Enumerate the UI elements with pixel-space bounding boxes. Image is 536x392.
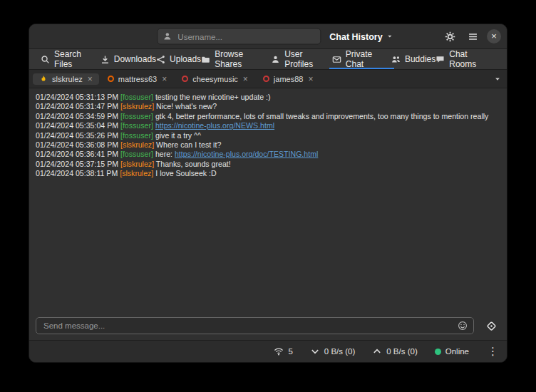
message-input-row xyxy=(29,312,507,340)
nicotine-plus-window: Chat History × Search FilesDownloadsUplo… xyxy=(29,24,507,363)
emoji-picker-icon[interactable] xyxy=(458,321,468,331)
person-icon xyxy=(163,32,172,41)
message-text: I love Soulseek :D xyxy=(155,169,216,177)
message-link[interactable]: https://nicotine-plus.org/NEWS.html xyxy=(155,121,274,130)
message-username[interactable]: [slskrulez] xyxy=(120,169,153,177)
wifi-icon xyxy=(274,346,284,356)
connection-quality[interactable]: 5 xyxy=(274,346,292,356)
message-timestamp: 01/24/2024 05:31:13 PM xyxy=(36,93,120,101)
message-username[interactable]: [slskrulez] xyxy=(120,160,154,168)
main-toolbar: Search FilesDownloadsUploadsBrowse Share… xyxy=(29,49,507,70)
online-status[interactable]: Online xyxy=(435,347,469,356)
message-text: here: xyxy=(155,150,175,158)
message-username[interactable]: [fossuser] xyxy=(120,131,153,140)
online-status-label: Online xyxy=(445,347,469,356)
message-timestamp: 01/24/2024 05:35:04 PM xyxy=(36,121,120,130)
toolbar-item-label: Uploads xyxy=(170,54,201,64)
message-text: give it a try ^^ xyxy=(155,131,201,140)
message-text: Where can I test it? xyxy=(156,140,221,149)
chevron-down-icon xyxy=(387,33,393,40)
folder-icon xyxy=(201,55,210,64)
tab-close-button[interactable]: × xyxy=(88,75,93,83)
toolbar-item-downloads[interactable]: Downloads xyxy=(100,49,156,69)
chat-rooms-icon xyxy=(436,55,445,64)
message-timestamp: 01/24/2024 05:37:15 PM xyxy=(36,160,120,168)
toolbar-item-buddies[interactable]: Buddies xyxy=(391,49,436,69)
headerbar-center: Chat History xyxy=(157,29,393,45)
chat-help-button[interactable] xyxy=(482,316,500,335)
tab-label: cheesymusic xyxy=(192,75,238,83)
toolbar-item-chat-rooms[interactable]: Chat Rooms xyxy=(436,49,495,69)
username-input[interactable] xyxy=(176,31,315,41)
message-text: gtk 4, better performance, lots of small… xyxy=(155,112,489,120)
toolbar-item-uploads[interactable]: Uploads xyxy=(156,49,201,69)
message-row: 01/24/2024 05:36:08 PM [slskrulez] Where… xyxy=(36,140,500,150)
search-icon xyxy=(41,55,50,64)
message-row: 01/24/2024 05:35:04 PM [fossuser] https:… xyxy=(36,121,500,130)
upload-speed[interactable]: 0 B/s (0) xyxy=(372,346,417,356)
chat-history-label: Chat History xyxy=(329,31,382,41)
message-username[interactable]: [fossuser] xyxy=(120,93,153,101)
message-username[interactable]: [slskrulez] xyxy=(120,140,154,149)
tab-james88[interactable]: james88× xyxy=(257,73,320,85)
chat-history-button[interactable]: Chat History xyxy=(329,31,393,41)
tab-label: mattress63 xyxy=(118,75,157,83)
toolbar-item-label: Private Chat xyxy=(346,49,391,69)
upload-speed-label: 0 B/s (0) xyxy=(386,347,417,356)
desktop-background: Chat History × Search FilesDownloadsUplo… xyxy=(0,0,536,392)
toolbar-item-search-files[interactable]: Search Files xyxy=(41,49,100,69)
message-text: testing the new nicotine+ update :) xyxy=(155,93,271,101)
message-link[interactable]: https://nicotine-plus.org/doc/TESTING.ht… xyxy=(175,150,318,158)
message-username[interactable]: [fossuser] xyxy=(120,150,153,158)
tab-overflow-button[interactable] xyxy=(494,76,501,83)
chat-log[interactable]: 01/24/2024 05:31:13 PM [fossuser] testin… xyxy=(29,88,507,312)
message-text: Nice! what's new? xyxy=(156,102,217,110)
message-text: Thanks, sounds great! xyxy=(156,160,231,168)
gear-icon xyxy=(445,31,455,42)
message-row: 01/24/2024 05:31:13 PM [fossuser] testin… xyxy=(36,93,500,102)
message-username[interactable]: [slskrulez] xyxy=(120,102,154,110)
preferences-button[interactable] xyxy=(441,28,458,45)
toolbar-item-label: User Profiles xyxy=(284,49,332,69)
message-row: 01/24/2024 05:38:11 PM [slskrulez] I lov… xyxy=(36,169,500,178)
message-row: 01/24/2024 05:37:15 PM [slskrulez] Thank… xyxy=(36,160,500,169)
headerbar-controls: × xyxy=(441,28,501,45)
message-entry[interactable] xyxy=(36,317,474,334)
help-diamond-icon xyxy=(485,320,498,332)
user-icon xyxy=(271,55,280,64)
toolbar-item-label: Chat Rooms xyxy=(449,49,495,69)
upload-chevron-icon xyxy=(372,346,382,356)
tab-close-button[interactable]: × xyxy=(162,75,167,83)
window-close-button[interactable]: × xyxy=(487,29,501,43)
download-speed[interactable]: 0 B/s (0) xyxy=(310,346,355,356)
message-timestamp: 01/24/2024 05:36:08 PM xyxy=(36,140,120,149)
headerbar: Chat History × xyxy=(29,24,507,49)
message-timestamp: 01/24/2024 05:36:41 PM xyxy=(36,150,120,158)
toolbar-item-user-profiles[interactable]: User Profiles xyxy=(271,49,332,69)
statusbar-menu-button[interactable]: ⋮ xyxy=(486,345,498,358)
offline-status-icon xyxy=(263,76,269,82)
message-username[interactable]: [fossuser] xyxy=(120,121,153,130)
tab-cheesymusic[interactable]: cheesymusic× xyxy=(175,73,254,85)
toolbar-item-browse-shares[interactable]: Browse Shares xyxy=(201,49,271,69)
tab-slskrulez[interactable]: slskrulez× xyxy=(33,73,99,85)
message-username[interactable]: [fossuser] xyxy=(120,112,153,120)
tab-close-button[interactable]: × xyxy=(308,75,313,83)
message-row: 01/24/2024 05:36:41 PM [fossuser] here: … xyxy=(36,150,500,159)
share-icon xyxy=(156,55,165,64)
main-menu-button[interactable] xyxy=(464,28,481,45)
buddies-icon xyxy=(391,55,401,64)
online-status-dot xyxy=(435,349,441,355)
away-status-icon xyxy=(39,75,48,83)
chevron-down-icon xyxy=(494,76,501,83)
message-timestamp: 01/24/2024 05:34:59 PM xyxy=(36,112,120,120)
username-search-field[interactable] xyxy=(157,29,321,45)
toolbar-item-label: Browse Shares xyxy=(215,49,271,69)
message-input[interactable] xyxy=(42,321,453,331)
tab-mattress63[interactable]: mattress63× xyxy=(101,73,173,85)
toolbar-item-private-chat[interactable]: Private Chat xyxy=(332,49,391,69)
tab-label: james88 xyxy=(274,75,304,83)
tab-close-button[interactable]: × xyxy=(243,75,248,83)
message-row: 01/24/2024 05:35:26 PM [fossuser] give i… xyxy=(36,131,500,140)
message-timestamp: 01/24/2024 05:31:47 PM xyxy=(36,102,120,110)
